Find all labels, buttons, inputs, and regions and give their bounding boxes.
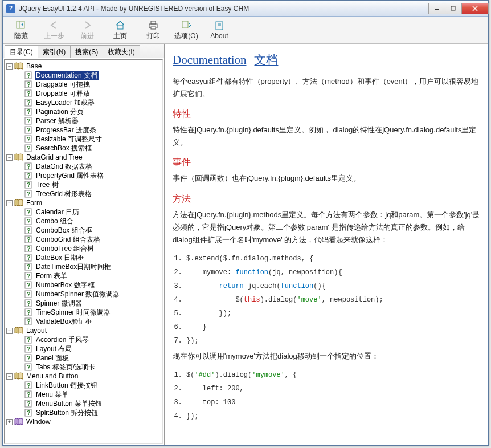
print-button[interactable]: 打印 (141, 19, 166, 41)
back-button[interactable]: 上一步 (42, 19, 67, 41)
svg-text:?: ? (27, 364, 31, 370)
tree-item[interactable]: ?ValidateBox验证框 (6, 317, 161, 326)
tree-item-label: PropertyGrid 属性表格 (35, 171, 105, 180)
tree-item[interactable]: ?Panel 面板 (6, 353, 161, 363)
titlebar: ? JQuery EsayUI 1.2.4 API - Made by UNRE… (3, 1, 488, 17)
tree-item-label: ComboGrid 组合表格 (35, 235, 101, 244)
help-page-icon: ? (24, 144, 33, 152)
help-page-icon: ? (24, 181, 33, 189)
tree-item[interactable]: +Window (6, 417, 161, 426)
tree-item-label: EasyLoader 加载器 (35, 98, 96, 107)
expander-icon[interactable]: − (6, 373, 13, 380)
tree-item[interactable]: −DataGrid and Tree (6, 153, 161, 162)
tree-item[interactable]: ?MenuButton 菜单按钮 (6, 399, 161, 408)
tree-item[interactable]: −Form (6, 198, 161, 207)
tree-item[interactable]: ?Accordion 手风琴 (6, 335, 161, 344)
help-page-icon: ? (24, 117, 33, 125)
about-button[interactable]: About (207, 20, 232, 40)
book-icon (14, 199, 23, 207)
forward-label: 前进 (80, 31, 94, 41)
hide-button[interactable]: 隐藏 (9, 19, 34, 41)
options-button[interactable]: 选项(O) (174, 19, 199, 41)
tree-item[interactable]: ?DataGrid 数据表格 (6, 162, 161, 171)
tree-item[interactable]: −Base (6, 62, 161, 71)
tree-item[interactable]: ?ProgressBar 进度条 (6, 125, 161, 135)
close-button[interactable] (461, 3, 489, 14)
tree-item[interactable]: ?TreeGrid 树形表格 (6, 189, 161, 198)
tree-item[interactable]: ?EasyLoader 加载器 (6, 98, 161, 107)
minimize-button[interactable] (428, 3, 445, 14)
tree-item[interactable]: ?Parser 解析器 (6, 116, 161, 125)
book-icon (14, 153, 23, 161)
tree-item-label: Spinner 微调器 (35, 299, 83, 308)
tree[interactable]: −Base?Documentation 文档?Draggable 可拖拽?Dro… (4, 59, 163, 444)
tab-search[interactable]: 搜索(S) (70, 45, 103, 58)
h2-properties: 特性 (173, 106, 480, 121)
tree-item-label: Documentation 文档 (35, 71, 99, 80)
help-page-icon: ? (24, 400, 33, 408)
chm-window: ? JQuery EsayUI 1.2.4 API - Made by UNRE… (2, 0, 489, 446)
tab-favorites[interactable]: 收藏夹(I) (103, 45, 140, 58)
tree-item[interactable]: ?PropertyGrid 属性表格 (6, 171, 161, 180)
maximize-button[interactable] (445, 3, 462, 14)
expander-icon[interactable]: − (6, 154, 13, 161)
tree-item[interactable]: ?Spinner 微调器 (6, 299, 161, 308)
tree-item[interactable]: ?Resizable 可调整尺寸 (6, 135, 161, 144)
svg-text:?: ? (27, 81, 31, 88)
h2-events: 事件 (173, 154, 480, 170)
tree-item[interactable]: ?Draggable 可拖拽 (6, 80, 161, 89)
svg-text:?: ? (27, 108, 31, 115)
tree-item[interactable]: ?Calendar 日历 (6, 207, 161, 217)
tree-item[interactable]: ?NumberBox 数字框 (6, 280, 161, 290)
tree-item[interactable]: ?Pagination 分页 (6, 107, 161, 116)
tree-item[interactable]: ?Droppable 可释放 (6, 89, 161, 98)
tree-item-label: Base (25, 62, 43, 71)
tree-item[interactable]: ?ComboBox 组合框 (6, 226, 161, 235)
tree-item-label: DataGrid 数据表格 (35, 162, 93, 171)
tree-item[interactable]: ?Layout 布局 (6, 344, 161, 353)
content-pane[interactable]: Documentation文档 每个easyui组件都有特性（property）… (165, 44, 488, 445)
tree-item-label: Form (25, 198, 43, 207)
help-page-icon: ? (24, 317, 33, 325)
tree-item[interactable]: ?LinkButton 链接按钮 (6, 381, 161, 390)
tree-item-label: ComboTree 组合树 (35, 244, 95, 253)
tree-item-label: Menu 菜单 (35, 390, 69, 399)
help-page-icon: ? (24, 71, 33, 79)
tree-item[interactable]: ?Tree 树 (6, 180, 161, 189)
svg-text:?: ? (27, 400, 31, 407)
forward-button[interactable]: 前进 (75, 19, 100, 41)
tree-item[interactable]: ?SplitButton 拆分按钮 (6, 408, 161, 417)
tab-toc[interactable]: 目录(C) (5, 45, 38, 58)
tree-item[interactable]: −Menu and Button (6, 372, 161, 381)
tree-item[interactable]: ?DateTimeBox日期时间框 (6, 262, 161, 271)
expander-icon[interactable]: − (6, 200, 13, 206)
expander-icon[interactable]: + (6, 419, 13, 425)
help-page-icon: ? (24, 89, 33, 97)
tree-item[interactable]: ?Menu 菜单 (6, 390, 161, 399)
expander-icon[interactable]: − (6, 63, 13, 70)
tree-item[interactable]: ?DateBox 日期框 (6, 253, 161, 262)
svg-text:?: ? (27, 163, 31, 170)
expander-icon[interactable]: − (6, 328, 13, 334)
tree-item[interactable]: ?Documentation 文档 (6, 71, 161, 80)
tree-item-label: Window (25, 417, 52, 426)
tree-item-label: DateTimeBox日期时间框 (35, 262, 112, 271)
about-icon (213, 20, 226, 31)
home-button[interactable]: 主页 (108, 19, 133, 41)
help-page-icon: ? (24, 135, 33, 143)
tree-item[interactable]: ?NumberSpinner 数值微调器 (6, 290, 161, 299)
tree-item[interactable]: ?SearchBox 搜索框 (6, 144, 161, 153)
tree-item[interactable]: ?ComboTree 组合树 (6, 244, 161, 253)
tab-index[interactable]: 索引(N) (38, 45, 71, 58)
tree-item[interactable]: ?Combo 组合 (6, 217, 161, 226)
tree-item[interactable]: ?Tabs 标签页/选项卡 (6, 363, 161, 372)
help-page-icon: ? (24, 108, 33, 116)
tree-item[interactable]: ?ComboGrid 组合表格 (6, 235, 161, 244)
hide-icon (15, 19, 27, 31)
help-page-icon: ? (24, 172, 33, 180)
svg-text:?: ? (27, 218, 31, 225)
tree-item[interactable]: −Layout (6, 326, 161, 335)
tree-item[interactable]: ?Form 表单 (6, 271, 161, 280)
tree-item[interactable]: ?TimeSpinner 时间微调器 (6, 308, 161, 317)
help-page-icon: ? (24, 80, 33, 88)
